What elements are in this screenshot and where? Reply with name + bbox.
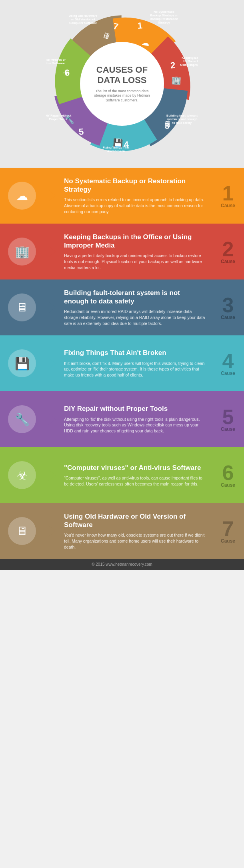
cause-title-7: Using Old Hardware or Old Version of Sof… — [64, 512, 206, 529]
cause-number-area-4: 4 Cause — [212, 335, 244, 391]
cause-arrow-6 — [44, 447, 60, 503]
virus-icon: ☣ — [17, 468, 28, 482]
cause-content-6: "Computer viruses" or Anti-virus Softwar… — [60, 447, 212, 503]
header-section: 7 1 2 3 4 5 6 🖥 ☁ 🏢 🖥 💾 🔧 — [0, 0, 244, 168]
cause-title-2: Keeping Backups in the Office or Using I… — [64, 233, 206, 250]
cause-icon-area-2: 🏢 — [0, 224, 44, 279]
cause-icon-circle-4: 💾 — [8, 349, 36, 377]
cause-icon-circle-1: ☁ — [8, 182, 36, 210]
pie-number-2: 2 — [170, 60, 176, 71]
cause-label-7: Cause — [221, 538, 235, 544]
cause-icon-area-7: 🖥 — [0, 503, 44, 559]
computer-icon: 🖥 — [16, 524, 28, 538]
cause-number-4: 4 — [222, 351, 234, 371]
arrow-icon-1 — [48, 190, 56, 201]
cause-number-1: 1 — [222, 183, 234, 204]
pie-center-title: CAUSES OF DATA LOSS — [90, 65, 154, 86]
pie-label-6: Computer viruses or Anti-virus Software — [46, 58, 66, 65]
pie-number-5: 5 — [78, 127, 84, 137]
cause-card-5: 🔧 DIY Repair without Proper Tools Attemp… — [0, 391, 244, 447]
arrow-icon-6 — [48, 470, 56, 481]
cause-icon-circle-7: 🖥 — [8, 517, 36, 545]
cause-icon-circle-3: 🖥 — [8, 293, 36, 321]
cause-label-3: Cause — [221, 315, 235, 320]
cause-icon-circle-5: 🔧 — [8, 405, 36, 433]
cause-desc-3: Redundant or even mirrored RAID arrays w… — [64, 309, 206, 326]
pie-label-1: No Systematic Backup Strategy or Backup … — [148, 10, 180, 24]
arrow-icon-4 — [48, 358, 56, 369]
cause-desc-2: Having a perfect daily backup and uninte… — [64, 253, 206, 270]
cause-icon-area-1: ☁ — [0, 168, 44, 224]
cause-label-4: Cause — [221, 371, 235, 376]
cloud-upload-icon: ☁ — [16, 189, 28, 203]
pie-center-subtitle: The list of the most common data storage… — [90, 89, 154, 103]
cause-icon-area-5: 🔧 — [0, 391, 44, 447]
cause-icon-area-4: 💾 — [0, 335, 44, 391]
cause-desc-1: This section lists errors related to an … — [64, 197, 206, 214]
cause-number-area-3: 3 Cause — [212, 279, 244, 335]
cause-content-3: Building fault-tolerant system is not en… — [60, 279, 212, 335]
cause-number-2: 2 — [222, 239, 234, 260]
cause-desc-7: You'd never know how many old, obsolete … — [64, 532, 206, 550]
cause-desc-5: Attempting to 'fix' the disk without usi… — [64, 416, 206, 434]
cause-number-3: 3 — [222, 295, 234, 315]
tools-icon: 🔧 — [15, 412, 30, 426]
cause-number-area-7: 7 Cause — [212, 503, 244, 559]
cause-icon-area-3: 🖥 — [0, 279, 44, 335]
cause-arrow-1 — [44, 168, 60, 224]
cause-title-4: Fixing Things That Ain't Broken — [64, 349, 206, 357]
cause-content-1: No Systematic Backup or Restoration Stra… — [60, 168, 212, 224]
arrow-icon-3 — [48, 302, 56, 313]
cause-title-1: No Systematic Backup or Restoration Stra… — [64, 177, 206, 194]
cause-number-area-6: 6 Cause — [212, 447, 244, 503]
cause-label-1: Cause — [221, 203, 235, 208]
arrow-icon-5 — [48, 414, 56, 425]
cause-number-5: 5 — [222, 406, 234, 427]
cause-arrow-2 — [44, 224, 60, 279]
pie-label-2: Keeping Backups in the Same Office or Us… — [180, 56, 198, 67]
cause-number-6: 6 — [222, 462, 234, 483]
footer: © 2015 www.hetmanrecovery.com — [0, 559, 244, 570]
pie-label-4: Fixing Things That Ain't Broken — [100, 146, 132, 153]
pie-label-3: Building fault-tolerant system is not en… — [166, 114, 198, 125]
cause-title-6: "Computer viruses" or Anti-virus Softwar… — [64, 464, 206, 472]
cause-icon-circle-6: ☣ — [8, 461, 36, 489]
cause-card-3: 🖥 Building fault-tolerant system is not … — [0, 279, 244, 335]
cause-card-6: ☣ "Computer viruses" or Anti-virus Softw… — [0, 447, 244, 503]
cause-label-2: Cause — [221, 259, 235, 264]
cause-icon-circle-2: 🏢 — [8, 238, 36, 266]
harddrive-icon: 💾 — [15, 357, 30, 371]
cause-title-5: DIY Repair without Proper Tools — [64, 404, 206, 413]
building-icon: 🏢 — [15, 245, 30, 259]
cause-card-7: 🖥 Using Old Hardware or Old Version of S… — [0, 503, 244, 559]
cause-arrow-5 — [44, 391, 60, 447]
cause-card-2: 🏢 Keeping Backups in the Office or Using… — [0, 224, 244, 279]
cause-number-area-5: 5 Cause — [212, 391, 244, 447]
cause-number-7: 7 — [222, 518, 234, 539]
cause-content-2: Keeping Backups in the Office or Using I… — [60, 224, 212, 279]
cause-label-5: Cause — [221, 426, 235, 432]
svg-text:☁: ☁ — [141, 38, 150, 48]
cause-arrow-4 — [44, 335, 60, 391]
cause-icon-area-6: ☣ — [0, 447, 44, 503]
arrow-icon-7 — [48, 525, 56, 537]
pie-label-5: DIY Repair without Proper Tools — [46, 114, 74, 121]
cause-content-4: Fixing Things That Ain't Broken If it ai… — [60, 335, 212, 391]
cause-desc-4: If it ain't broke, don't fix it. Many us… — [64, 361, 206, 378]
cause-card-1: ☁ No Systematic Backup or Restoration St… — [0, 168, 244, 224]
cause-card-4: 💾 Fixing Things That Ain't Broken If it … — [0, 335, 244, 391]
cause-arrow-7 — [44, 503, 60, 559]
cause-arrow-3 — [44, 279, 60, 335]
arrow-icon-2 — [48, 246, 56, 257]
cause-number-area-1: 1 Cause — [212, 168, 244, 224]
pie-label-7: Using Old Hardware or Old Version of Com… — [68, 14, 98, 25]
cause-content-5: DIY Repair without Proper Tools Attempti… — [60, 391, 212, 447]
cause-content-7: Using Old Hardware or Old Version of Sof… — [60, 503, 212, 559]
cause-title-3: Building fault-tolerant system is not en… — [64, 289, 206, 306]
cause-number-area-2: 2 Cause — [212, 224, 244, 279]
cause-desc-6: "Computer viruses", as well as anti-viru… — [64, 475, 206, 487]
footer-text: © 2015 www.hetmanrecovery.com — [92, 562, 152, 567]
server-icon: 🖥 — [16, 301, 28, 314]
pie-chart-container: 7 1 2 3 4 5 6 🖥 ☁ 🏢 🖥 💾 🔧 — [46, 8, 198, 160]
pie-center-text: CAUSES OF DATA LOSS The list of the most… — [90, 65, 154, 103]
